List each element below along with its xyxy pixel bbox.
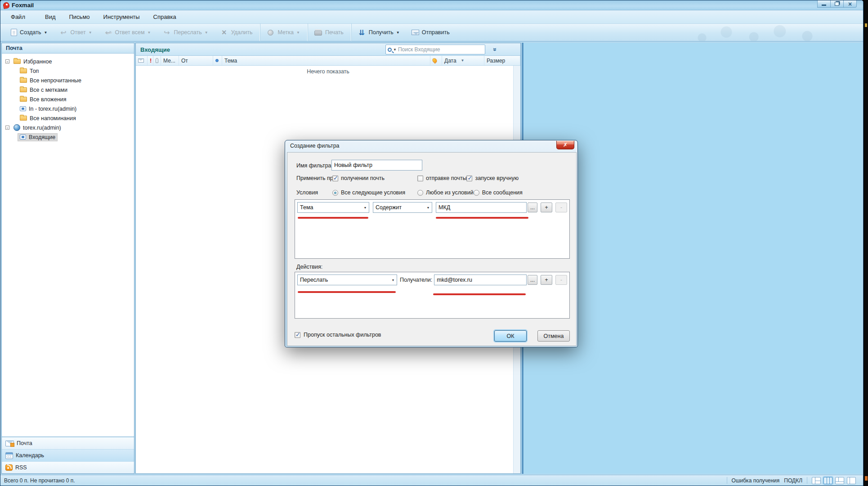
apply-option[interactable]: запуске вручную [466, 175, 519, 181]
search-input[interactable] [398, 46, 483, 53]
column-header[interactable]: ▼ [430, 56, 442, 65]
checkbox[interactable] [417, 176, 423, 181]
toolbar-button[interactable]: Отправить ▼ [406, 23, 456, 41]
menu-item[interactable]: Вид [38, 11, 63, 22]
condition-mode-option[interactable]: Любое из условий [417, 189, 474, 196]
toolbar-button[interactable]: Удалить ▼ [214, 23, 259, 41]
column-label: Дата [444, 58, 456, 64]
nav-tab[interactable]: Почта [2, 437, 134, 449]
radio-button[interactable] [417, 190, 423, 196]
menu-item[interactable]: Справка [147, 11, 183, 22]
filter-name-input[interactable] [331, 160, 422, 171]
toolbar-button[interactable]: Ответ ▼ [53, 23, 98, 41]
column-header[interactable]: Дата ▼ [442, 56, 484, 65]
tree-item-label: Все вложения [30, 96, 67, 103]
toolbar-button[interactable]: Создать ▼ [5, 23, 53, 41]
window-button[interactable] [830, 0, 844, 8]
toolbar-button[interactable]: Ответ всем ▼ [98, 23, 157, 41]
menu-item[interactable]: Инструменты [97, 11, 147, 22]
apply-option[interactable]: получении почть [332, 175, 417, 181]
condition-mode-option[interactable]: Все сообщения [474, 189, 523, 196]
toolbar-button[interactable]: Метка ▼ [260, 23, 305, 41]
cancel-button[interactable]: Отмена [537, 330, 570, 342]
expander-icon[interactable] [5, 59, 9, 63]
skip-filters-option[interactable]: Пропуск остальных фильтров [295, 332, 381, 338]
column-header[interactable]: Тема ▼ [222, 56, 430, 65]
toolbar-button-icon [314, 28, 322, 37]
expander-icon[interactable] [5, 126, 9, 130]
action-type-dropdown[interactable]: Переслать ▼ [297, 274, 397, 285]
collapse-chevron-icon[interactable]: » [492, 48, 499, 51]
apply-option-label: отправке почты [426, 175, 466, 181]
condition-value-input[interactable] [436, 202, 527, 213]
toolbar-button-label: Печать [325, 29, 344, 36]
nav-tab-label: Почта [17, 440, 32, 446]
tree-item[interactable]: Все непрочитанные [2, 76, 134, 85]
toolbar-button-label: Удалить [231, 29, 253, 36]
column-headers: ▼ ▼ ▼ Ме... ▼ От [136, 56, 520, 66]
column-header[interactable]: Ме... ▼ [161, 56, 179, 65]
tree-item[interactable]: Топ [2, 66, 134, 76]
tree-item[interactable]: Все вложения [2, 94, 134, 104]
recipients-input[interactable] [434, 274, 527, 285]
condition-operator-dropdown[interactable]: Содержит ▼ [373, 202, 432, 213]
toolbar-button[interactable]: Печать ▼ [308, 23, 349, 41]
nav-tab-icon [5, 452, 13, 459]
add-condition-button[interactable]: + [541, 202, 552, 212]
condition-mode-option[interactable]: Все следующие условия [332, 189, 417, 196]
layout-button[interactable] [812, 477, 821, 484]
foxmail-logo-icon [3, 1, 10, 9]
tree-item[interactable]: torex.ru(admin) [2, 123, 134, 132]
remove-condition-button[interactable]: - [555, 202, 567, 212]
column-header[interactable]: ▼ [136, 56, 148, 65]
conditions-box: Тема ▼ Содержит ▼ ... + - [295, 199, 570, 259]
error-status: Ошибка получения [732, 477, 780, 484]
add-action-button[interactable]: + [541, 275, 552, 285]
column-header[interactable]: ▼ [213, 56, 222, 65]
toolbar-button-icon [266, 28, 275, 37]
action-row: Переслать ▼ Получатели: ... + - [297, 274, 567, 285]
column-header[interactable]: ▼ [148, 56, 153, 65]
layout-button[interactable] [835, 477, 844, 484]
checkbox[interactable] [332, 176, 338, 181]
tree-item-label: Все с метками [30, 87, 67, 93]
checkbox[interactable] [295, 332, 300, 338]
menu-item[interactable]: Письмо [63, 11, 97, 22]
tree-item[interactable]: Входящие [2, 132, 134, 142]
window-button[interactable] [817, 0, 831, 8]
column-header[interactable]: Размер ▼ [484, 56, 520, 65]
toolbar-button[interactable]: Получить ▼ [351, 23, 406, 41]
browse-button[interactable]: ... [528, 275, 537, 285]
tree-item[interactable]: In - torex.ru(admin) [2, 104, 134, 113]
condition-field-dropdown[interactable]: Тема ▼ [297, 202, 369, 213]
remove-action-button[interactable]: - [555, 275, 567, 285]
checkbox[interactable] [466, 176, 472, 181]
menu-item[interactable]: Файл [4, 11, 32, 22]
radio-button[interactable] [332, 190, 338, 196]
tree-item[interactable]: Избранное [2, 57, 134, 66]
tree-item-icon [20, 135, 26, 140]
tree-item[interactable]: Все с метками [2, 85, 134, 94]
tree-item-label: Избранное [23, 58, 52, 65]
window-button[interactable] [843, 0, 857, 8]
search-box[interactable]: ▼ [385, 45, 485, 54]
layout-button[interactable] [847, 477, 856, 484]
browse-button[interactable]: ... [528, 202, 537, 212]
ok-button[interactable]: ОК [494, 330, 527, 342]
column-header[interactable]: ▼ [153, 56, 161, 65]
empty-list-message: Нечего показать [136, 68, 520, 75]
radio-button[interactable] [474, 190, 479, 196]
search-scope-chevron-icon[interactable]: ▼ [393, 48, 397, 52]
dialog-close-button[interactable]: ✗ [556, 141, 574, 149]
apply-option[interactable]: отправке почты [417, 175, 466, 181]
tree-item[interactable]: Все напоминания [2, 113, 134, 123]
nav-tab[interactable]: RSS [2, 461, 134, 473]
layout-button[interactable] [823, 477, 832, 484]
column-label: От [181, 58, 188, 64]
chevron-down-icon: ▼ [396, 31, 400, 35]
nav-tab[interactable]: Календарь [2, 449, 134, 461]
column-header[interactable]: От ▼ [179, 56, 213, 65]
tree-item-label: Топ [30, 68, 39, 74]
toolbar-button[interactable]: Переслать ▼ [157, 23, 214, 41]
message-count-status: Всего 0 п. Не прочитано 0 п. [4, 477, 75, 484]
